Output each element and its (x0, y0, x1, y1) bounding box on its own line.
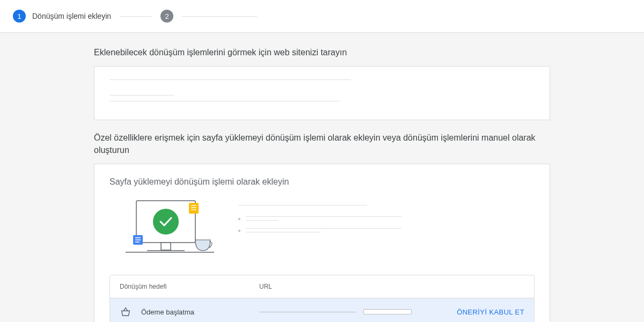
row-icon-basket (120, 306, 141, 318)
step-1-label: Dönüşüm işlemi ekleyin (32, 12, 111, 20)
bullet-item (238, 216, 535, 221)
step-connector-1 (120, 16, 152, 17)
url-box-placeholder (363, 309, 412, 314)
placeholder-text (109, 95, 174, 96)
step-2-circle: 2 (160, 10, 173, 23)
placeholder-line (238, 205, 535, 206)
step-1[interactable]: 1 Dönüşüm işlemi ekleyin (13, 10, 111, 23)
url-placeholder (259, 312, 356, 312)
table-row: Ödeme başlatma ÖNERİYİ KABUL ET (110, 298, 534, 322)
step-connector-2 (182, 16, 257, 17)
accept-suggestion-button[interactable]: ÖNERİYİ KABUL ET (457, 308, 524, 316)
stepper: 1 Dönüşüm işlemi ekleyin 2 (0, 0, 644, 33)
scan-website-card (94, 66, 550, 120)
main-content: Eklenebilecek dönüşüm işlemlerini görmek… (94, 33, 550, 322)
svg-point-1 (153, 209, 179, 235)
header-goal: Dönüşüm hedefi (120, 283, 259, 290)
step-1-circle: 1 (13, 10, 26, 23)
placeholder-text (109, 79, 351, 80)
row-action: ÖNERİYİ KABUL ET (433, 308, 524, 316)
step-2[interactable]: 2 (160, 10, 173, 23)
conversion-table: Dönüşüm hedefi URL Ödeme başlatma ÖNERİY… (109, 275, 535, 322)
section-2-title: Özel özelliklere erişmek için sayfa yükl… (94, 132, 550, 156)
row-url-cell (259, 309, 433, 314)
basket-icon (120, 306, 131, 318)
header-url: URL (259, 283, 524, 290)
page-load-card: Sayfa yüklemeyi dönüşüm işlemi olarak ek… (94, 164, 550, 322)
svg-rect-2 (189, 203, 199, 214)
svg-rect-10 (161, 243, 171, 250)
section-1-title: Eklenebilecek dönüşüm işlemlerini görmek… (94, 47, 550, 58)
placeholder-text (109, 101, 340, 101)
illustration-row (109, 200, 535, 259)
bullet-column (238, 200, 535, 240)
row-goal-label: Ödeme başlatma (141, 308, 259, 316)
page-load-card-title: Sayfa yüklemeyi dönüşüm işlemi olarak ek… (109, 177, 535, 187)
monitor-illustration (109, 200, 217, 259)
bullet-item (238, 228, 535, 232)
table-header: Dönüşüm hedefi URL (110, 275, 534, 298)
